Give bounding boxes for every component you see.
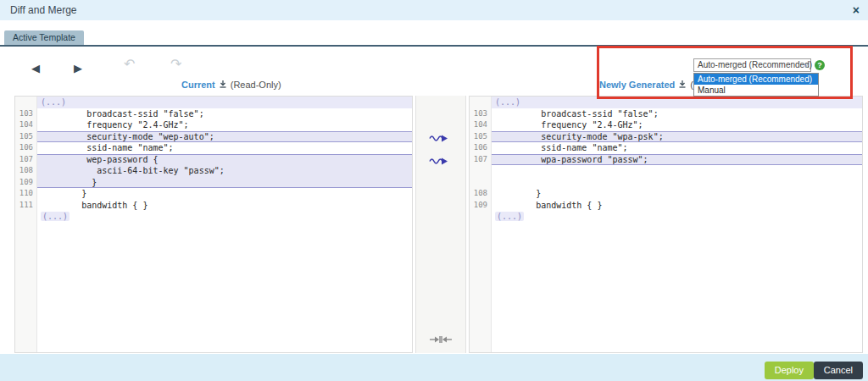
download-icon[interactable]: [219, 80, 227, 90]
line-number: 108: [15, 165, 37, 177]
line-number: 105: [15, 131, 37, 143]
code-line: 103 broadcast-ssid "false";: [15, 108, 412, 120]
help-icon[interactable]: ?: [815, 60, 825, 70]
prev-diff-button[interactable]: ◀: [31, 63, 40, 75]
code-line: 103 broadcast-ssid "false";: [470, 108, 862, 120]
code-text: ascii-64-bit-key "passw";: [37, 165, 412, 177]
code-line: (...): [15, 211, 412, 223]
code-line: 111 bandwidth { }: [15, 200, 412, 212]
code-rows: (...)103 broadcast-ssid "false";104 freq…: [15, 97, 412, 223]
tab-underline: [0, 45, 868, 47]
merge-line-arrow-icon[interactable]: [428, 154, 448, 163]
code-text: broadcast-ssid "false";: [492, 108, 862, 120]
code-line: [470, 165, 862, 177]
current-pane-label: Current (Read-Only): [181, 80, 281, 90]
code-text: frequency "2.4-GHz";: [37, 119, 412, 131]
dropdown-option-manual[interactable]: Manual: [694, 85, 818, 96]
merge-gutter: [415, 96, 466, 353]
code-rows: (...)103 broadcast-ssid "false";104 freq…: [470, 97, 862, 223]
current-suffix: (Read-Only): [231, 80, 281, 90]
line-number: [470, 177, 492, 189]
code-line: (...): [15, 97, 412, 108]
line-number: 111: [15, 200, 37, 212]
newly-generated-code-pane: (...)103 broadcast-ssid "false";104 freq…: [469, 96, 863, 353]
newly-generated-label: Newly Generated: [599, 80, 675, 90]
line-number: 107: [470, 154, 492, 166]
diff-and-merge-dialog: Diff and Merge × Active Template ◀ ▶ ↶ ↷…: [0, 0, 868, 381]
code-line: 108 ascii-64-bit-key "passw";: [15, 165, 412, 177]
current-label: Current: [181, 80, 215, 90]
collapsed-region-chip[interactable]: (...): [495, 212, 524, 221]
dialog-footer: Deploy Cancel: [0, 354, 868, 381]
code-text: [492, 177, 862, 189]
download-icon[interactable]: [678, 80, 687, 90]
chevron-down-icon: ∨: [803, 59, 809, 71]
code-text: frequency "2.4-GHz";: [492, 119, 862, 131]
code-line: 109 }: [15, 177, 412, 189]
code-line: 105 security-mode "wep-auto";: [15, 131, 412, 143]
code-text: broadcast-ssid "false";: [37, 108, 412, 120]
code-line: 106 ssid-name "name";: [15, 142, 412, 154]
code-line: (...): [470, 97, 862, 108]
line-number: 109: [15, 177, 37, 189]
code-text: ssid-name "name";: [492, 142, 862, 154]
collapsed-region[interactable]: (...): [492, 211, 862, 223]
code-line: (...): [470, 211, 862, 223]
merge-all-icon[interactable]: [429, 333, 453, 348]
line-number: [470, 211, 492, 223]
code-text: wpa-password "passw";: [492, 154, 862, 166]
next-diff-button[interactable]: ▶: [74, 63, 82, 75]
line-number: 107: [15, 154, 37, 166]
line-number: 106: [470, 142, 492, 154]
line-number: 109: [470, 200, 492, 212]
code-text: bandwidth { }: [492, 200, 862, 212]
tab-bar: Active Template: [0, 20, 868, 45]
code-text: [492, 165, 862, 177]
line-number: 108: [470, 188, 492, 200]
cancel-button[interactable]: Cancel: [814, 362, 863, 379]
current-code-pane: (...)103 broadcast-ssid "false";104 freq…: [14, 96, 413, 353]
code-text: }: [37, 188, 412, 200]
dialog-title: Diff and Merge: [10, 0, 77, 20]
code-line: 108 }: [470, 188, 862, 200]
redo-icon[interactable]: ↷: [170, 58, 181, 70]
tab-active-template[interactable]: Active Template: [4, 30, 84, 45]
line-number: 103: [470, 108, 492, 120]
merge-mode-select[interactable]: Auto-merged (Recommended) ∨: [693, 58, 811, 72]
dropdown-option-auto-merged[interactable]: Auto-merged (Recommended): [694, 74, 818, 85]
collapsed-region[interactable]: (...): [37, 211, 412, 223]
code-text: ssid-name "name";: [37, 142, 412, 154]
merge-mode-dropdown-list: Auto-merged (Recommended) Manual: [693, 73, 819, 97]
code-line: 104 frequency "2.4-GHz";: [470, 119, 862, 131]
line-number: [15, 211, 37, 223]
undo-icon[interactable]: ↶: [124, 58, 135, 70]
code-line: 104 frequency "2.4-GHz";: [15, 119, 412, 131]
close-icon[interactable]: ×: [853, 0, 860, 20]
collapsed-region-chip[interactable]: (...): [41, 212, 70, 221]
line-number: 106: [15, 142, 37, 154]
code-text: security-mode "wep-auto";: [37, 131, 412, 143]
merge-mode-selected-value: Auto-merged (Recommended): [698, 60, 812, 69]
code-line: 110 }: [15, 188, 412, 200]
code-line: [470, 177, 862, 189]
line-number: 110: [15, 188, 37, 200]
merge-line-arrow-icon[interactable]: [428, 131, 448, 141]
line-number: 104: [15, 119, 37, 131]
code-line: 107 wep-password {: [15, 154, 412, 166]
code-text: }: [37, 177, 412, 189]
dialog-header: Diff and Merge ×: [0, 0, 868, 20]
line-number: 103: [15, 108, 37, 120]
line-number: [15, 97, 37, 108]
collapsed-region[interactable]: (...): [37, 97, 412, 108]
collapsed-region[interactable]: (...): [492, 97, 862, 108]
code-text: security-mode "wpa-psk";: [492, 131, 862, 143]
code-text: wep-password {: [37, 154, 412, 166]
code-text: bandwidth { }: [37, 200, 412, 212]
code-line: 109 bandwidth { }: [470, 200, 862, 212]
deploy-button[interactable]: Deploy: [765, 362, 814, 379]
code-line: 107 wpa-password "passw";: [470, 154, 862, 166]
code-line: 105 security-mode "wpa-psk";: [470, 131, 862, 143]
code-text: }: [492, 188, 862, 200]
line-number: 105: [470, 131, 492, 143]
line-number: [470, 165, 492, 177]
